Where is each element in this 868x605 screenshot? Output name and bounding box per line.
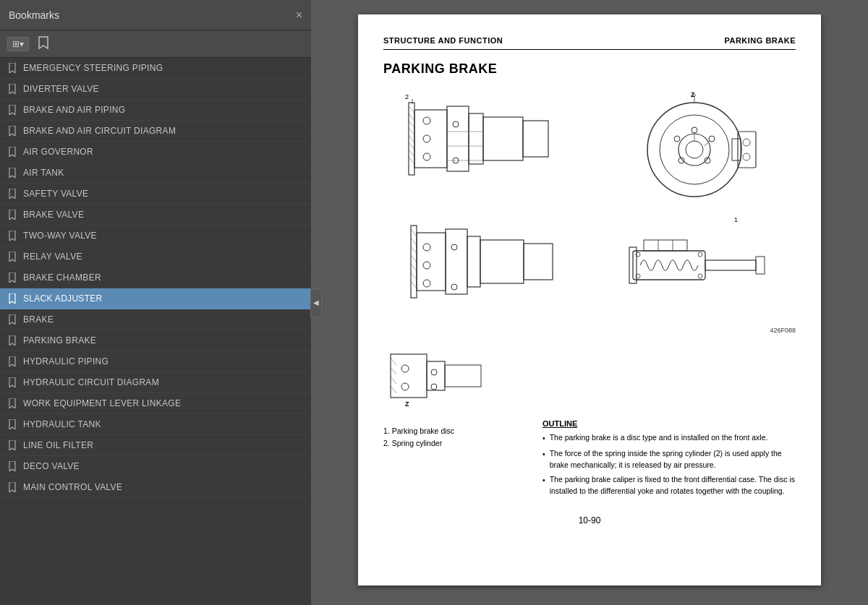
svg-rect-73 xyxy=(391,354,427,398)
svg-rect-74 xyxy=(427,361,445,390)
collapse-panel-button[interactable]: ◀ xyxy=(310,288,322,317)
bookmark-ribbon-icon xyxy=(7,273,17,283)
bookmark-label: DECO VALVE xyxy=(23,461,80,471)
figure-caption: 426F088 xyxy=(383,327,796,334)
bookmark-label: BRAKE AND AIR PIPING xyxy=(23,105,125,115)
toolbar: ⊞▾ xyxy=(0,30,311,58)
outline-text: The parking brake caliper is fixed to th… xyxy=(550,474,796,497)
bookmark-item-air-tank[interactable]: AIR TANK xyxy=(0,163,311,184)
bookmark-ribbon-icon xyxy=(7,398,17,408)
bookmark-ribbon-icon xyxy=(7,314,17,325)
svg-line-17 xyxy=(409,135,414,142)
bookmark-item-brake-air-piping[interactable]: BRAKE AND AIR PIPING xyxy=(0,100,311,121)
bookmark-item-work-equipment[interactable]: WORK EQUIPMENT LEVER LINKAGE xyxy=(0,393,311,414)
bookmark-item-brake-chamber[interactable]: BRAKE CHAMBER xyxy=(0,267,311,288)
document-panel: STRUCTURE AND FUNCTION PARKING BRAKE PAR… xyxy=(311,0,868,605)
bookmark-item-brake[interactable]: BRAKE xyxy=(0,309,311,330)
svg-line-13 xyxy=(409,106,414,113)
svg-rect-44 xyxy=(417,233,446,291)
brake-disc-diagram: Z xyxy=(622,88,767,200)
bookmark-item-hydraulic-tank[interactable]: HYDRAULIC TANK xyxy=(0,414,311,435)
view-toggle-button[interactable]: ⊞▾ xyxy=(7,37,29,51)
panel-title: Bookmarks xyxy=(9,9,59,21)
svg-rect-40 xyxy=(732,139,741,160)
outline-text: The parking brake is a disc type and is … xyxy=(550,432,768,445)
bookmarks-panel: Bookmarks × ⊞▾ EMERGENCY STEERING PIPING… xyxy=(0,0,311,605)
svg-rect-46 xyxy=(467,236,480,287)
svg-rect-3 xyxy=(469,113,483,164)
page-header: STRUCTURE AND FUNCTION PARKING BRAKE xyxy=(383,36,796,50)
bookmark-ribbon-icon xyxy=(7,147,17,157)
svg-rect-70 xyxy=(644,240,687,251)
bookmark-item-main-control-valve[interactable]: MAIN CONTROL VALVE xyxy=(0,477,311,498)
svg-line-55 xyxy=(411,238,417,245)
bookmark-item-relay-valve[interactable]: RELAY VALVE xyxy=(0,246,311,267)
bookmark-label: BRAKE AND AIR CIRCUIT DIAGRAM xyxy=(23,126,176,136)
svg-rect-4 xyxy=(483,117,523,160)
svg-point-76 xyxy=(401,365,409,372)
bookmark-label: HYDRAULIC CIRCUIT DIAGRAM xyxy=(23,377,159,387)
svg-line-16 xyxy=(409,128,414,135)
bookmark-label: SLACK ADJUSTER xyxy=(23,293,103,304)
svg-point-78 xyxy=(431,369,437,375)
bookmark-item-deco-valve[interactable]: DECO VALVE xyxy=(0,456,311,477)
content-lower: 1. Parking brake disc 2. Spring cylinder… xyxy=(383,419,796,501)
bookmark-ribbon-icon xyxy=(7,440,17,450)
bookmark-item-hydraulic-piping[interactable]: HYDRAULIC PIPING xyxy=(0,351,311,372)
svg-line-57 xyxy=(411,255,417,262)
svg-rect-43 xyxy=(411,226,417,298)
svg-line-14 xyxy=(409,113,414,121)
svg-point-69 xyxy=(698,274,702,278)
bookmark-icon-button[interactable] xyxy=(35,35,52,53)
svg-point-49 xyxy=(423,244,430,251)
svg-line-58 xyxy=(411,264,417,271)
bookmark-item-emergency-steering[interactable]: EMERGENCY STEERING PIPING xyxy=(0,58,311,79)
close-button[interactable]: × xyxy=(296,9,302,21)
svg-point-32 xyxy=(692,127,697,133)
svg-point-33 xyxy=(709,136,715,142)
svg-point-7 xyxy=(423,135,430,142)
bookmark-ribbon-icon xyxy=(7,168,17,178)
page-title: PARKING BRAKE xyxy=(383,61,796,77)
outline-title: OUTLINE xyxy=(542,419,796,428)
bookmark-ribbon-icon xyxy=(7,252,17,262)
svg-line-20 xyxy=(409,157,414,164)
diagram-bottom-right: 1 xyxy=(593,207,796,319)
bookmark-item-brake-air-circuit[interactable]: BRAKE AND AIR CIRCUIT DIAGRAM xyxy=(0,121,311,142)
bookmark-item-hydraulic-circuit[interactable]: HYDRAULIC CIRCUIT DIAGRAM xyxy=(0,372,311,393)
bookmark-item-slack-adjuster[interactable]: SLACK ADJUSTER xyxy=(0,288,311,309)
svg-point-28 xyxy=(647,103,741,197)
diagram-bottom-left xyxy=(383,207,586,319)
bookmark-label: RELAY VALVE xyxy=(23,252,82,262)
bookmark-icon xyxy=(38,36,49,49)
bookmark-label: MAIN CONTROL VALVE xyxy=(23,482,122,492)
bookmark-item-brake-valve[interactable]: BRAKE VALVE xyxy=(0,205,311,226)
svg-point-68 xyxy=(698,252,702,257)
diagram-labels: 1. Parking brake disc 2. Spring cylinder xyxy=(383,419,528,501)
bookmark-label: EMERGENCY STEERING PIPING xyxy=(23,63,163,73)
bookmark-label: HYDRAULIC TANK xyxy=(23,419,101,429)
svg-line-59 xyxy=(411,273,417,280)
bookmark-item-safety-valve[interactable]: SAFETY VALVE xyxy=(0,184,311,205)
outline-text: The force of the spring inside the sprin… xyxy=(550,448,796,471)
bookmark-ribbon-icon xyxy=(7,189,17,199)
bottom-diagram-row: Z xyxy=(383,340,796,412)
outline-item: •The parking brake caliper is fixed to t… xyxy=(542,474,796,497)
bookmark-ribbon-icon xyxy=(7,84,17,94)
svg-point-77 xyxy=(401,383,409,390)
bookmark-item-line-oil-filter[interactable]: LINE OIL FILTER xyxy=(0,435,311,456)
svg-line-80 xyxy=(391,358,396,365)
bookmark-item-two-way-valve[interactable]: TWO-WAY VALVE xyxy=(0,226,311,246)
bookmark-label: BRAKE xyxy=(23,314,54,325)
bookmark-label: HYDRAULIC PIPING xyxy=(23,356,109,366)
bookmark-item-parking-brake[interactable]: PARKING BRAKE xyxy=(0,330,311,351)
bookmark-item-diverter-valve[interactable]: DIVERTER VALVE xyxy=(0,79,311,100)
brake-assembly-diagram-1: 2 xyxy=(401,88,568,200)
bookmark-item-air-governor[interactable]: AIR GOVERNOR xyxy=(0,142,311,163)
bookmark-ribbon-icon xyxy=(7,231,17,241)
svg-line-54 xyxy=(411,229,417,236)
svg-text:Z: Z xyxy=(405,400,409,408)
bookmark-label: DIVERTER VALVE xyxy=(23,84,99,94)
svg-point-6 xyxy=(423,117,430,124)
bookmark-label: AIR GOVERNOR xyxy=(23,147,93,157)
